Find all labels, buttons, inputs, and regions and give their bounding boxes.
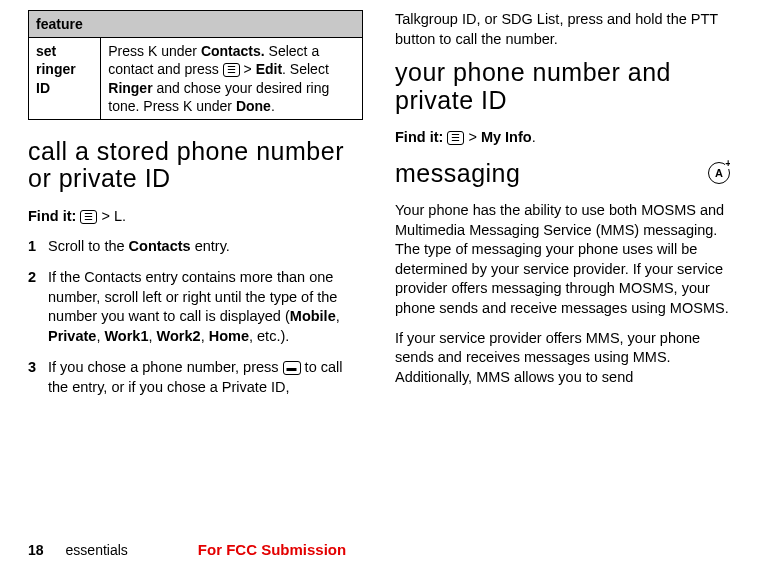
- left-column: feature set ringer ID Press K under Cont…: [28, 10, 363, 409]
- step-number: 2: [28, 268, 48, 346]
- find-it-line: Find it: ☰ > L.: [28, 207, 363, 227]
- type-work2: Work2: [157, 328, 201, 344]
- text: >: [240, 61, 256, 77]
- text: >: [97, 208, 114, 224]
- ringer-label: Ringer: [108, 80, 152, 96]
- type-home: Home: [209, 328, 249, 344]
- page-number: 18: [28, 542, 44, 558]
- continuation-para: Talkgroup ID, or SDG List, press and hol…: [395, 10, 730, 49]
- step-number: 3: [28, 358, 48, 397]
- softkey-k: K: [148, 43, 157, 59]
- fcc-notice: For FCC Submission: [198, 541, 346, 558]
- text: .: [122, 208, 126, 224]
- text: Scroll to the: [48, 238, 129, 254]
- contacts-label: Contacts.: [201, 43, 265, 59]
- feature-availability-icon: A: [708, 162, 730, 184]
- text: ,: [336, 308, 340, 324]
- step-text: If the Contacts entry contains more than…: [48, 268, 363, 346]
- text: .: [271, 98, 275, 114]
- right-column: Talkgroup ID, or SDG List, press and hol…: [395, 10, 730, 409]
- find-it-path: L: [114, 208, 122, 224]
- text: . Select: [282, 61, 329, 77]
- type-mobile: Mobile: [290, 308, 336, 324]
- text: ,: [149, 328, 157, 344]
- step-number: 1: [28, 237, 48, 257]
- row-body: Press K under Contacts. Select a contact…: [101, 38, 363, 120]
- text: Press: [108, 43, 148, 59]
- call-button-icon: ▬: [283, 361, 301, 375]
- steps-list: 1 Scroll to the Contacts entry. 2 If the…: [28, 237, 363, 398]
- page-footer: 18 essentials For FCC Submission: [28, 541, 730, 558]
- text: .: [532, 129, 536, 145]
- list-item: 2 If the Contacts entry contains more th…: [28, 268, 363, 346]
- contacts-label: Contacts: [129, 238, 191, 254]
- find-it-label: Find it:: [28, 208, 76, 224]
- feature-table: feature set ringer ID Press K under Cont…: [28, 10, 363, 120]
- my-info-label: My Info: [481, 129, 532, 145]
- step-text: Scroll to the Contacts entry.: [48, 237, 363, 257]
- text: , etc.).: [249, 328, 289, 344]
- list-item: 1 Scroll to the Contacts entry.: [28, 237, 363, 257]
- menu-icon: ☰: [223, 63, 240, 77]
- row-label: set ringer ID: [29, 38, 101, 120]
- text: under: [157, 43, 201, 59]
- text: under: [192, 98, 236, 114]
- find-it-label: Find it:: [395, 129, 443, 145]
- list-item: 3 If you chose a phone number, press ▬ t…: [28, 358, 363, 397]
- type-private: Private: [48, 328, 96, 344]
- done-label: Done: [236, 98, 271, 114]
- softkey-k: K: [183, 98, 192, 114]
- find-it-line: Find it: ☰ > My Info.: [395, 128, 730, 148]
- edit-label: Edit: [256, 61, 282, 77]
- step-text: If you chose a phone number, press ▬ to …: [48, 358, 363, 397]
- text: >: [464, 129, 481, 145]
- menu-icon: ☰: [80, 210, 97, 224]
- heading-call-stored: call a stored phone number or private ID: [28, 138, 363, 193]
- text: ,: [201, 328, 209, 344]
- table-row: set ringer ID Press K under Contacts. Se…: [29, 38, 363, 120]
- heading-phone-number: your phone number and private ID: [395, 59, 730, 114]
- feature-header: feature: [29, 11, 363, 38]
- messaging-para-1: Your phone has the ability to use both M…: [395, 201, 730, 318]
- footer-section-label: essentials: [66, 542, 128, 558]
- text: entry.: [191, 238, 230, 254]
- text: If you chose a phone number, press: [48, 359, 283, 375]
- heading-messaging: messaging: [395, 160, 730, 188]
- type-work1: Work1: [104, 328, 148, 344]
- menu-icon: ☰: [447, 131, 464, 145]
- messaging-heading-row: A messaging: [395, 158, 730, 202]
- messaging-para-2: If your service provider offers MMS, you…: [395, 329, 730, 388]
